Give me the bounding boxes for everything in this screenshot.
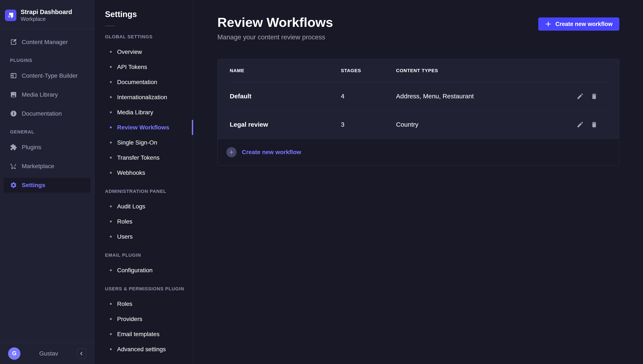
pencil-icon xyxy=(576,93,584,100)
subnav-item-documentation[interactable]: Documentation xyxy=(94,74,193,90)
cart-icon xyxy=(10,163,17,170)
sidebar-item-label: Media Library xyxy=(22,91,58,98)
main-content: Review Workflows Manage your content rev… xyxy=(193,0,643,364)
table-footer-create-workflow[interactable]: Create new workflow xyxy=(218,138,619,166)
delete-workflow-button[interactable] xyxy=(590,93,598,100)
subnav-item-audit-logs[interactable]: Audit Logs xyxy=(94,199,193,214)
subnav-section-administration-panel: ADMINISTRATION PANEL xyxy=(105,184,193,199)
chevron-left-icon xyxy=(79,351,84,356)
subnav-item-advanced-settings[interactable]: Advanced settings xyxy=(94,342,193,357)
page-header: Review Workflows Manage your content rev… xyxy=(218,15,619,41)
brand-subtitle: Workplace xyxy=(21,16,72,22)
bullet-icon xyxy=(110,51,112,53)
pencil-icon xyxy=(576,121,584,128)
bullet-icon xyxy=(110,126,112,128)
main-nav-list: Content Manager PLUGINS Content-Type Bui… xyxy=(0,29,94,197)
subnav-item-label: Documentation xyxy=(117,79,157,86)
sidebar-item-label: Marketplace xyxy=(22,163,54,170)
subnav-item-label: Email templates xyxy=(117,331,160,338)
workflow-content-types: Country xyxy=(396,121,576,128)
sidebar-item-media-library[interactable]: Media Library xyxy=(4,87,91,102)
subnav-item-single-sign-on[interactable]: Single Sign-On xyxy=(94,135,193,150)
nav-section-plugins: PLUGINS xyxy=(10,58,91,63)
brand-title: Strapi Dashboard xyxy=(21,8,72,16)
subnav-item-api-tokens[interactable]: API Tokens xyxy=(94,60,193,74)
column-header-stages: STAGES xyxy=(341,68,396,74)
edit-workflow-button[interactable] xyxy=(576,121,584,128)
subnav-item-webhooks[interactable]: Webhooks xyxy=(94,165,193,180)
add-circle-button[interactable] xyxy=(226,147,236,157)
sidebar-item-settings[interactable]: Settings xyxy=(4,178,91,193)
bullet-icon xyxy=(110,318,112,320)
subnav-item-label: Advanced settings xyxy=(117,346,166,353)
sidebar-item-documentation[interactable]: Documentation xyxy=(4,106,91,121)
subnav-item-label: Internationalization xyxy=(117,94,167,101)
bullet-icon xyxy=(110,66,112,68)
workflow-stages: 3 xyxy=(341,121,396,128)
create-new-workflow-label: Create new workflow xyxy=(555,21,612,28)
bullet-icon xyxy=(110,96,112,98)
bullet-icon xyxy=(110,236,112,238)
subnav-item-providers[interactable]: Providers xyxy=(94,312,193,326)
subnav-item-media-library[interactable]: Media Library xyxy=(94,105,193,120)
trash-icon xyxy=(590,121,598,128)
subnav-item-label: API Tokens xyxy=(117,64,147,70)
column-header-name: NAME xyxy=(230,68,341,74)
footer-create-workflow-label: Create new workflow xyxy=(242,149,301,156)
create-new-workflow-button[interactable]: Create new workflow xyxy=(538,18,619,31)
brand[interactable]: Strapi Dashboard Workplace xyxy=(0,0,94,29)
subnav-item-configuration[interactable]: Configuration xyxy=(94,263,193,278)
bullet-icon xyxy=(110,206,112,207)
subnav-item-overview[interactable]: Overview xyxy=(94,44,193,60)
plus-icon xyxy=(229,150,234,155)
subnav-item-up-roles[interactable]: Roles xyxy=(94,296,193,312)
table-row-legal-review[interactable]: Legal review 3 Country xyxy=(218,110,619,138)
delete-workflow-button[interactable] xyxy=(590,121,598,128)
bullet-icon xyxy=(110,333,112,335)
subnav-item-label: Media Library xyxy=(117,109,153,116)
workflow-stages: 4 xyxy=(341,92,396,100)
table-header-row: NAME STAGES CONTENT TYPES xyxy=(218,59,619,82)
subnav-item-label: Providers xyxy=(117,316,142,322)
user-name: Gustav xyxy=(20,350,77,357)
brand-text: Strapi Dashboard Workplace xyxy=(21,8,72,22)
sidebar-item-marketplace[interactable]: Marketplace xyxy=(4,159,91,174)
bullet-icon xyxy=(110,269,112,271)
main-sidebar: Strapi Dashboard Workplace Content Manag… xyxy=(0,0,94,364)
subnav-item-label: Users xyxy=(117,233,133,240)
avatar[interactable]: G xyxy=(8,348,20,360)
bullet-icon xyxy=(110,111,112,113)
table-row-default[interactable]: Default 4 Address, Menu, Restaurant xyxy=(218,82,619,110)
column-header-content-types: CONTENT TYPES xyxy=(396,68,598,74)
sidebar-item-plugins[interactable]: Plugins xyxy=(4,140,91,155)
sidebar-item-content-manager[interactable]: Content Manager xyxy=(4,35,91,50)
sidebar-item-label: Content Manager xyxy=(22,39,68,46)
collapse-sidebar-button[interactable] xyxy=(77,348,86,358)
subnav-item-email-templates[interactable]: Email templates xyxy=(94,326,193,342)
puzzle-icon xyxy=(10,144,17,151)
workflows-table: NAME STAGES CONTENT TYPES Default 4 Addr… xyxy=(218,59,619,166)
bullet-icon xyxy=(110,81,112,83)
bullet-icon xyxy=(110,142,112,144)
subnav-item-users[interactable]: Users xyxy=(94,229,193,244)
trash-icon xyxy=(590,93,598,100)
nav-section-general: GENERAL xyxy=(10,129,91,135)
image-icon xyxy=(10,91,17,98)
subnav-item-label: Review Workflows xyxy=(117,124,169,131)
sidebar-spacer xyxy=(0,197,94,343)
row-actions xyxy=(576,121,607,128)
sidebar-item-content-type-builder[interactable]: Content-Type Builder xyxy=(4,68,91,83)
subnav-item-review-workflows[interactable]: Review Workflows xyxy=(94,120,193,135)
edit-workflow-button[interactable] xyxy=(576,93,584,100)
page-subtitle: Manage your content review process xyxy=(218,34,333,41)
subnav-item-admin-roles[interactable]: Roles xyxy=(94,214,193,229)
feather-edit-icon xyxy=(10,38,17,46)
subnav-item-label: Overview xyxy=(117,48,142,55)
workflow-name: Default xyxy=(230,92,341,100)
subnav-item-label: Webhooks xyxy=(117,170,145,176)
gear-icon xyxy=(10,182,17,188)
subnav-item-transfer-tokens[interactable]: Transfer Tokens xyxy=(94,150,193,165)
subnav-item-internationalization[interactable]: Internationalization xyxy=(94,90,193,105)
row-actions xyxy=(576,93,607,100)
subnav-item-label: Roles xyxy=(117,218,132,225)
